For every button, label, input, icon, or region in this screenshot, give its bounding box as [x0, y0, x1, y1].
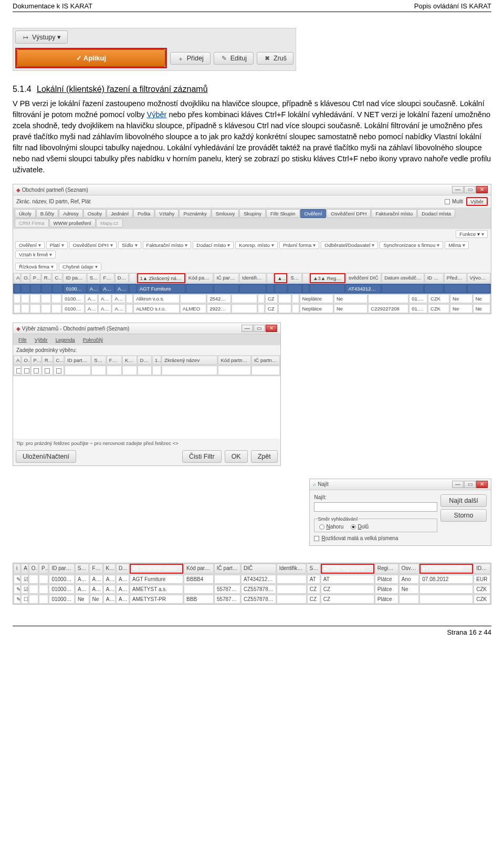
column-header[interactable]: A: [21, 564, 28, 574]
column-header[interactable]: Faktu: [107, 356, 122, 365]
tab-mapy-cz[interactable]: Mapy.cz: [96, 219, 123, 227]
filter-vztah-k-firm-[interactable]: Vztah k firmě: [15, 251, 56, 258]
radio-down[interactable]: Dolů: [349, 524, 369, 530]
filter-input[interactable]: [218, 366, 251, 375]
ok-button[interactable]: OK: [225, 450, 248, 463]
column-header[interactable]: Plat: [30, 273, 41, 283]
column-header[interactable]: IČ partnera: [214, 273, 239, 283]
filter-input[interactable]: [122, 366, 137, 375]
riz-filter[interactable]: Řízková firma: [15, 263, 57, 271]
column-header[interactable]: Kód partnera: [218, 356, 251, 365]
find-input[interactable]: [314, 502, 437, 512]
filter-input[interactable]: [152, 366, 161, 375]
filter-synchronizace-s-firmou[interactable]: Synchronizace s firmou: [380, 241, 443, 249]
column-header[interactable]: Kor: [103, 564, 116, 574]
column-header[interactable]: Identifikace s.: [277, 564, 307, 574]
tab-skupiny[interactable]: Skupiny: [239, 209, 266, 218]
table-row[interactable]: ✎☑01000039AnoAnoAnoAnoAMETYST a.s.557878…: [13, 584, 491, 594]
column-header[interactable]: Zkrácený název: [162, 356, 217, 365]
filter-ov-en-[interactable]: Ověření: [15, 241, 45, 249]
column-header[interactable]: ID měny: [425, 273, 444, 283]
filter-input[interactable]: [22, 366, 30, 375]
column-header[interactable]: i: [14, 564, 20, 574]
close-icon[interactable]: ✕: [476, 186, 488, 193]
tab-www-pro-et-en-[interactable]: WWW prošetření: [49, 219, 96, 227]
filter-input[interactable]: [65, 366, 91, 375]
zrus-button[interactable]: ✖ Zruš: [257, 52, 293, 65]
column-header[interactable]: Plat: [31, 356, 42, 365]
menu-výběr[interactable]: Výběr: [31, 336, 51, 344]
multi-checkbox[interactable]: Multi: [445, 199, 463, 204]
-isti-filtr-button[interactable]: Čisti Filtr: [182, 450, 222, 463]
column-header[interactable]: Faktu: [100, 273, 114, 283]
column-header[interactable]: Doda: [115, 273, 129, 283]
filter-input[interactable]: [42, 366, 53, 375]
column-header[interactable]: Ov: [21, 273, 30, 283]
column-header[interactable]: Identifikace: [239, 273, 266, 283]
column-header[interactable]: [302, 273, 309, 283]
filter-odb-ratel-dodavatel[interactable]: Odběratel/Dodavatel: [321, 241, 378, 249]
maximize-icon[interactable]: ▭: [464, 186, 476, 193]
minimize-icon[interactable]: —: [452, 186, 464, 193]
tab-osoby[interactable]: Osoby: [83, 209, 106, 218]
column-header[interactable]: Dod: [116, 564, 129, 574]
find-next-button[interactable]: Najít další: [440, 494, 487, 507]
column-header[interactable]: Fakt: [89, 564, 102, 574]
maximize-icon[interactable]: ▭: [464, 481, 476, 488]
table-row[interactable]: 01000019AnoAnoAnoAGT FurnitureAT43421277…: [13, 284, 491, 294]
chyb-filter[interactable]: Chybné údaje: [59, 263, 101, 271]
column-header[interactable]: [129, 273, 136, 283]
table-row[interactable]: ✎☑01000019AnoAnoAnoAnoAGT FurnitureBBBB4…: [13, 574, 491, 584]
edituj-button[interactable]: ✎ Edituj: [214, 52, 254, 65]
pridej-button[interactable]: ＋ Přidej: [170, 52, 211, 65]
column-header[interactable]: Ov: [22, 356, 30, 365]
tab-po-ta[interactable]: Pošta: [133, 209, 154, 218]
column-header[interactable]: ID měn: [474, 564, 490, 574]
tab-pozn-mky[interactable]: Poznámky: [179, 209, 211, 218]
filter-faktura-n-m-sto[interactable]: Fakturační místo: [143, 241, 192, 249]
column-header[interactable]: Ch: [52, 273, 62, 283]
filter-input[interactable]: [107, 366, 122, 375]
filter-input[interactable]: [138, 366, 152, 375]
column-header[interactable]: ▾3 Datum osvědčení DPH: [419, 564, 473, 574]
menu-legenda[interactable]: Legenda: [52, 336, 79, 344]
maximize-icon[interactable]: ▭: [254, 325, 265, 332]
menu-filtr[interactable]: Filtr: [15, 336, 30, 344]
column-header[interactable]: Osvědče: [399, 564, 419, 574]
filter-koresp-m-sto[interactable]: Koresp. místo: [235, 241, 278, 249]
minimize-icon[interactable]: —: [452, 481, 464, 488]
column-header[interactable]: ID partnera: [49, 564, 74, 574]
filter-input[interactable]: [91, 366, 106, 375]
column-header[interactable]: 1▲ Zkrácený název: [137, 273, 185, 283]
filter-dodac-m-sto[interactable]: Dodací místo: [193, 241, 234, 249]
tab-vztahy[interactable]: Vztahy: [155, 209, 178, 218]
vystupy-button[interactable]: ↦ Výstupy ▾: [15, 30, 68, 44]
filter-plat-[interactable]: Platí: [46, 241, 68, 249]
storno-button[interactable]: Storno: [440, 509, 487, 522]
column-header[interactable]: A: [14, 356, 21, 365]
column-header[interactable]: Stát r.: [288, 273, 301, 283]
table-row[interactable]: ✎☐01000055NeNeAnoAnoAMETYST-PRBBB5578789…: [13, 594, 491, 604]
column-header[interactable]: Registrace: [375, 564, 398, 574]
menu-pokročilý[interactable]: Pokročilý: [79, 336, 107, 344]
filter-pr-vn-forma[interactable]: Právní forma: [279, 241, 319, 249]
table-row[interactable]: 01008062AnoAnoAnoALMEO s.r.o.ALMEO292272…: [13, 304, 491, 314]
column-header[interactable]: Předkládat: [444, 273, 467, 283]
column-header[interactable]: Kód partnera: [186, 273, 214, 283]
tab-osv-d-en-dph[interactable]: Osvědčení DPH: [327, 209, 371, 218]
column-header[interactable]: Pla: [39, 564, 48, 574]
tab--koly[interactable]: Úkoly: [15, 209, 36, 218]
tab-smlouvy[interactable]: Smlouvy: [212, 209, 239, 218]
column-header[interactable]: Ov: [29, 564, 38, 574]
column-header[interactable]: Sídlo: [75, 564, 89, 574]
column-header[interactable]: [267, 273, 274, 283]
filter-input[interactable]: [31, 366, 42, 375]
column-header[interactable]: ▲2▲ Stát: [274, 273, 287, 283]
column-header[interactable]: DIČ: [241, 564, 276, 574]
tab-dodac-m-sta[interactable]: Dodací místa: [417, 209, 455, 218]
column-header[interactable]: Ch: [54, 356, 65, 365]
column-header[interactable]: ▲3▲ Registrace k DPH: [310, 273, 345, 283]
radio-up[interactable]: NNahoruahoru: [318, 524, 343, 530]
tab-faktura-n-m-sto[interactable]: Fakturační místo: [371, 209, 417, 218]
filter-input[interactable]: [14, 366, 21, 375]
